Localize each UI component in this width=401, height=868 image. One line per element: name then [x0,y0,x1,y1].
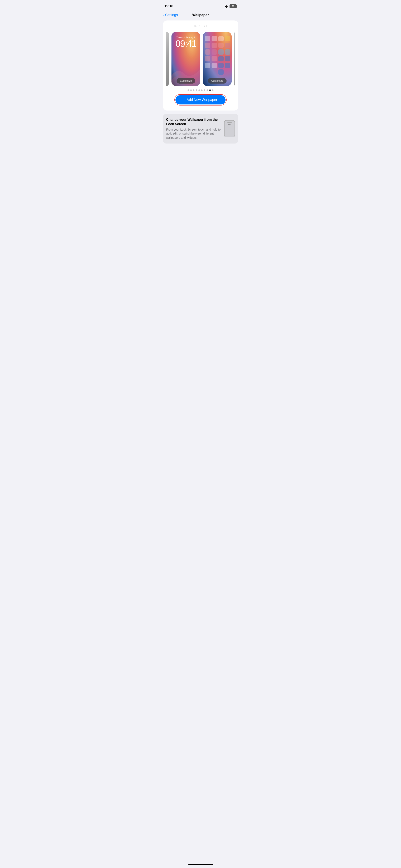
info-title: Change your Wallpaper from the Lock Scre… [166,118,221,126]
lock-screen-bg: Tuesday, January 9 09:41 [172,32,200,86]
wallpaper-peek-right [234,32,235,86]
app-icon [212,36,217,41]
app-icon [225,36,230,41]
lock-screen-preview[interactable]: Tuesday, January 9 09:41 Customize [172,32,200,86]
app-icon [218,69,224,75]
app-grid [203,35,232,75]
app-icon [218,56,224,61]
app-icon [218,42,224,48]
page-dots [166,89,235,91]
page-dot-7 [204,89,205,91]
status-icons: 58 [224,4,237,8]
back-label: Settings [165,13,178,17]
home-screen-preview[interactable]: Customize [203,32,232,86]
battery-icon: 58 [229,4,237,8]
app-icon [212,63,217,68]
status-time: 19:18 [164,4,173,8]
page-dot-1 [188,89,189,91]
nav-bar: ‹ Settings Wallpaper [160,11,242,21]
chevron-left-icon: ‹ [163,13,164,17]
app-icon [212,56,217,61]
add-wallpaper-wrapper: + Add New Wallpaper [166,94,235,105]
page-dot-5 [198,89,200,91]
info-description: From your Lock Screen, touch and hold to… [166,128,221,140]
page-dot-3 [193,89,194,91]
app-icon [205,56,210,61]
app-icon [205,49,210,55]
status-bar: 19:18 58 [160,0,242,11]
app-icon [225,56,230,61]
app-icon [225,63,230,68]
page-title: Wallpaper [192,13,209,17]
app-icon [205,42,210,48]
lock-screen-customize-button[interactable]: Customize [177,78,195,84]
wallpaper-previews: Tuesday, January 9 09:41 Customize [166,32,235,86]
wallpaper-peek-left [166,32,169,86]
current-label: CURRENT [166,25,235,28]
app-icon [205,36,210,41]
add-new-wallpaper-button[interactable]: + Add New Wallpaper [176,95,225,104]
phone-notch [227,122,232,123]
add-wallpaper-highlight: + Add New Wallpaper [175,94,226,105]
home-screen-customize-button[interactable]: Customize [208,78,226,84]
app-icon-empty [212,69,217,75]
back-button[interactable]: ‹ Settings [163,13,178,17]
airplane-icon [224,4,228,8]
lock-time: 09:41 [176,39,196,48]
app-icon [225,49,230,55]
app-icon [212,42,217,48]
page-dot-4 [196,89,197,91]
page-dot-8 [207,89,208,91]
app-icon [218,36,224,41]
info-card: Change your Wallpaper from the Lock Scre… [163,114,238,144]
main-content: CURRENT Tuesday, January 9 09:41 Customi… [160,21,242,150]
app-icon-empty [225,69,230,75]
app-icon [218,49,224,55]
phone-illustration: 9:41 [224,120,235,137]
app-icon [212,49,217,55]
app-icon [218,63,224,68]
wallpaper-card: CURRENT Tuesday, January 9 09:41 Customi… [163,21,238,111]
phone-icon-time: 9:41 [228,123,231,125]
info-text: Change your Wallpaper from the Lock Scre… [166,118,221,140]
page-dot-10 [212,89,213,91]
app-icon-empty [205,69,210,75]
home-screen-bg [203,32,232,86]
app-icon [225,42,230,48]
page-dot-6 [201,89,203,91]
app-icon [205,63,210,68]
page-dot-9 [209,89,211,91]
page-dot-2 [190,89,192,91]
